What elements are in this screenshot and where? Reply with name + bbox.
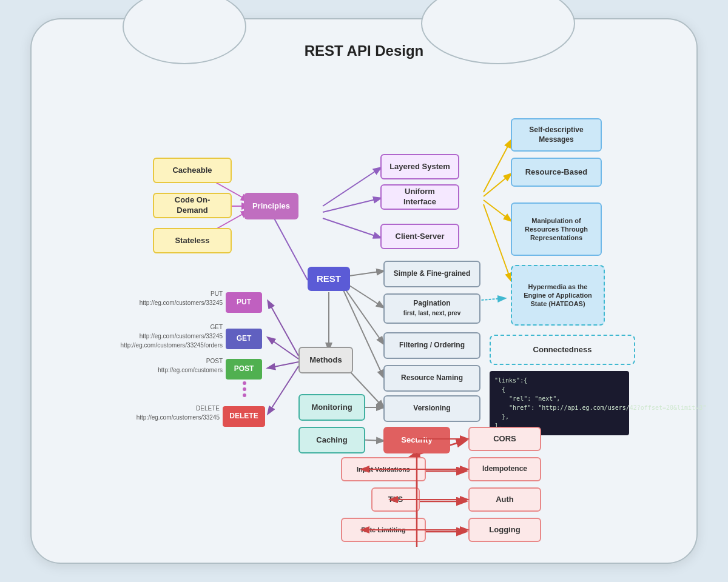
dots-connector — [243, 381, 246, 397]
client-server-node: Client-Server — [380, 224, 459, 249]
svg-line-11 — [484, 204, 511, 280]
tls-node: TLS — [371, 487, 420, 512]
auth-node: Auth — [468, 487, 541, 512]
delete-button: DELETE — [223, 406, 265, 427]
svg-line-28 — [268, 366, 298, 413]
cors-node: CORS — [468, 427, 541, 451]
dot-3 — [243, 393, 246, 397]
caching-node: Caching — [298, 427, 365, 453]
diagram: REST API Design — [32, 19, 696, 563]
pagination-node: Paginationfirst, last, next, prev — [383, 293, 480, 324]
cloud-container: REST API Design — [30, 18, 698, 564]
simple-fine-grained-node: Simple & Fine-grained — [383, 261, 480, 287]
svg-line-4 — [323, 218, 380, 238]
connectedness-node: Connectedness — [490, 335, 635, 365]
rest-node: REST — [308, 267, 350, 291]
versioning-node: Versioning — [383, 395, 480, 422]
svg-line-3 — [323, 198, 380, 212]
idempotence-node: Idempotence — [468, 457, 541, 481]
post-button: POST — [226, 359, 262, 380]
delete-label: DELETEhttp://eg.com/customers/33245 — [98, 404, 220, 422]
svg-line-8 — [484, 141, 511, 192]
get-button: GET — [226, 329, 262, 349]
hateoas-node: Hypermedia as the Engine of Application … — [511, 265, 605, 326]
filtering-ordering-node: Filtering / Ordering — [383, 332, 480, 359]
put-label: PUThttp://eg.com/customers/33245 — [104, 289, 223, 307]
code-block: "links":{ { "rel": "next", "href": "http… — [490, 371, 629, 435]
self-descriptive-node: Self-descriptive Messages — [511, 118, 602, 152]
monitoring-node: Monitoring — [298, 394, 365, 421]
input-validations-node: Input Validations — [341, 457, 426, 481]
logging-node: Logging — [468, 518, 541, 542]
layered-system-node: Layered System — [380, 154, 459, 179]
cacheable-node: Cacheable — [153, 158, 232, 183]
dot-2 — [243, 387, 246, 391]
svg-line-14 — [341, 283, 383, 344]
svg-line-9 — [484, 174, 511, 196]
principles-node: Principles — [244, 193, 298, 219]
code-on-demand-node: Code On-Demand — [153, 193, 232, 218]
put-button: PUT — [226, 292, 262, 313]
manipulation-node: Manipulation of Resources Through Repres… — [511, 202, 602, 256]
resource-naming-node: Resource Naming — [383, 365, 480, 392]
svg-line-26 — [268, 338, 298, 359]
methods-node: Methods — [298, 347, 353, 373]
svg-line-25 — [268, 301, 298, 356]
svg-line-2 — [323, 168, 380, 206]
resource-based-node: Resource-Based — [511, 158, 602, 187]
security-node: Security — [383, 427, 450, 453]
page-title: REST API Design — [298, 38, 430, 64]
rate-limiting-node: Rate Limtiting — [341, 518, 426, 542]
svg-line-10 — [484, 200, 511, 221]
uniform-interface-node: Uniform Interface — [380, 184, 459, 210]
get-label: GEThttp://eg.com/customers/33245http://e… — [80, 323, 223, 350]
post-label: POSThttp://eg.com/customers — [123, 356, 223, 375]
svg-line-27 — [268, 362, 298, 368]
stateless-node: Stateless — [153, 228, 232, 253]
dot-1 — [243, 381, 246, 385]
